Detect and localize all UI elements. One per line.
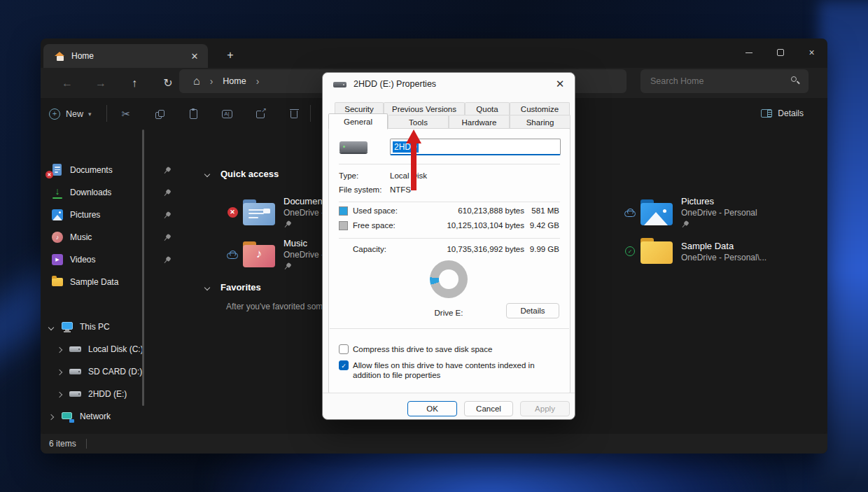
pictures-icon xyxy=(50,208,64,222)
paste-button[interactable] xyxy=(183,104,203,124)
breadcrumb-home-icon[interactable]: ⌂ xyxy=(193,75,200,87)
sidebar-scrollbar[interactable] xyxy=(142,129,144,406)
ok-button[interactable]: OK xyxy=(407,401,457,416)
rename-button[interactable]: A| xyxy=(217,104,237,124)
free-space-label: Free space: xyxy=(353,221,396,230)
search-box[interactable] xyxy=(640,69,808,93)
checkbox-unchecked-icon[interactable] xyxy=(339,344,349,354)
file-subtitle: OneDrive - Personal xyxy=(681,208,757,218)
used-space-swatch xyxy=(339,206,348,216)
tab-strip: Home ✕ + × xyxy=(41,38,827,68)
free-space-bytes: 10,125,103,104 bytes xyxy=(428,221,524,230)
cancel-button[interactable]: Cancel xyxy=(464,401,513,416)
dialog-titlebar[interactable]: 2HDD (E:) Properties ✕ xyxy=(323,73,575,95)
dialog-title: 2HDD (E:) Properties xyxy=(354,79,436,89)
tab-hardware[interactable]: Hardware xyxy=(449,115,510,129)
minimize-button[interactable] xyxy=(733,38,764,66)
status-bar: 6 items xyxy=(41,434,827,454)
tab-previous-versions[interactable]: Previous Versions xyxy=(384,102,465,115)
up-icon[interactable]: ↑ xyxy=(125,75,144,92)
maximize-button[interactable] xyxy=(764,38,796,66)
trash-icon xyxy=(290,111,298,118)
dialog-tabs-bottom: General Tools Hardware Sharing xyxy=(328,115,570,129)
forward-icon[interactable]: → xyxy=(91,75,111,92)
drive-caption: Drive E: xyxy=(400,309,498,317)
tab-tools[interactable]: Tools xyxy=(388,115,449,129)
chevron-down-icon[interactable] xyxy=(46,323,56,331)
sidebar-item-2hdd-e[interactable]: 2HDD (E:) xyxy=(55,384,186,405)
chevron-down-icon: ▾ xyxy=(88,111,92,118)
chevron-right-icon[interactable] xyxy=(55,346,64,353)
tab-customize[interactable]: Customize xyxy=(510,102,570,115)
checkbox-checked-icon[interactable]: ✓ xyxy=(339,360,349,370)
dialog-close-icon[interactable]: ✕ xyxy=(551,76,569,92)
search-icon[interactable] xyxy=(791,76,800,85)
file-item-sample-data[interactable]: ✓ Sample Data OneDrive - Personal\... xyxy=(624,238,766,265)
cut-icon: ✂ xyxy=(122,108,131,120)
sidebar-item-sample-data[interactable]: Sample Data xyxy=(46,272,178,293)
footer-divider xyxy=(323,393,575,393)
sidebar-item-videos[interactable]: ▶ Videos xyxy=(46,249,178,270)
music-folder-icon: ♪ xyxy=(243,241,275,268)
sync-error-icon: ✕ xyxy=(227,207,238,218)
back-icon[interactable]: ← xyxy=(57,75,77,92)
sidebar-item-downloads[interactable]: ↓ Downloads xyxy=(46,182,178,203)
pin-icon xyxy=(163,256,171,264)
downloads-icon: ↓ xyxy=(50,185,64,199)
search-input[interactable] xyxy=(650,69,783,93)
quick-access-header[interactable]: Quick access xyxy=(205,169,279,179)
pin-icon xyxy=(163,189,171,197)
sidebar-item-network[interactable]: Network xyxy=(46,406,178,427)
close-button[interactable]: × xyxy=(796,38,827,66)
delete-button[interactable] xyxy=(284,104,304,124)
new-button[interactable]: + New ▾ xyxy=(49,104,92,124)
favorites-header[interactable]: Favorites xyxy=(205,282,261,293)
properties-dialog: 2HDD (E:) Properties ✕ Security Previous… xyxy=(322,72,575,420)
breadcrumb-item-home[interactable]: Home xyxy=(223,76,246,86)
chevron-down-icon[interactable] xyxy=(204,284,210,290)
compress-checkbox-row[interactable]: Compress this drive to save disk space xyxy=(339,344,563,354)
sidebar-item-music[interactable]: ♪ Music xyxy=(46,227,178,248)
details-button[interactable]: Details xyxy=(506,303,559,318)
compress-checkbox-label: Compress this drive to save disk space xyxy=(353,344,563,354)
tab-close-icon[interactable]: ✕ xyxy=(188,50,201,62)
sidebar-item-documents[interactable]: ✕ Documents xyxy=(46,160,178,181)
home-icon xyxy=(55,52,65,61)
index-checkbox-label: Allow files on this drive to have conten… xyxy=(353,360,563,381)
chevron-right-icon[interactable] xyxy=(55,391,64,398)
apply-button[interactable]: Apply xyxy=(520,401,570,416)
tab-general[interactable]: General xyxy=(328,113,388,129)
divider xyxy=(330,328,569,329)
sidebar-item-sd-card-d[interactable]: SD CARD (D:) xyxy=(55,361,186,382)
chevron-right-icon: › xyxy=(210,76,214,87)
tab-quota[interactable]: Quota xyxy=(465,102,510,115)
filesystem-value: NTFS xyxy=(390,185,411,194)
file-item-pictures[interactable]: Pictures OneDrive - Personal xyxy=(624,196,757,229)
drive-icon xyxy=(69,342,83,356)
pictures-folder-icon xyxy=(640,199,673,226)
annotation-arrow-shaft xyxy=(411,142,416,190)
videos-icon: ▶ xyxy=(50,253,64,267)
sidebar-item-this-pc[interactable]: This PC xyxy=(46,316,178,337)
sidebar-item-local-disk-c[interactable]: Local Disk (C:) xyxy=(55,339,186,360)
share-button[interactable] xyxy=(251,104,270,124)
chevron-down-icon[interactable] xyxy=(204,171,210,176)
documents-icon: ✕ xyxy=(50,163,64,177)
new-tab-button[interactable]: + xyxy=(221,46,239,64)
details-view-button[interactable]: Details xyxy=(761,104,804,122)
pin-icon xyxy=(163,167,171,174)
used-space-size: 581 MB xyxy=(527,206,559,215)
chevron-right-icon[interactable] xyxy=(46,413,56,421)
capacity-size: 9.99 GB xyxy=(527,245,559,253)
cut-button[interactable]: ✂ xyxy=(116,104,136,124)
disk-usage-donut-chart xyxy=(430,260,468,298)
tab-home[interactable]: Home ✕ xyxy=(43,44,208,68)
copy-button[interactable] xyxy=(150,104,169,124)
free-space-swatch xyxy=(339,221,348,230)
index-checkbox-row[interactable]: ✓ Allow files on this drive to have cont… xyxy=(339,360,563,381)
refresh-icon[interactable]: ↻ xyxy=(158,75,178,92)
filesystem-label: File system: xyxy=(339,185,382,194)
sidebar-item-pictures[interactable]: Pictures xyxy=(46,204,178,225)
chevron-right-icon[interactable] xyxy=(55,368,64,376)
tab-sharing[interactable]: Sharing xyxy=(510,115,570,129)
